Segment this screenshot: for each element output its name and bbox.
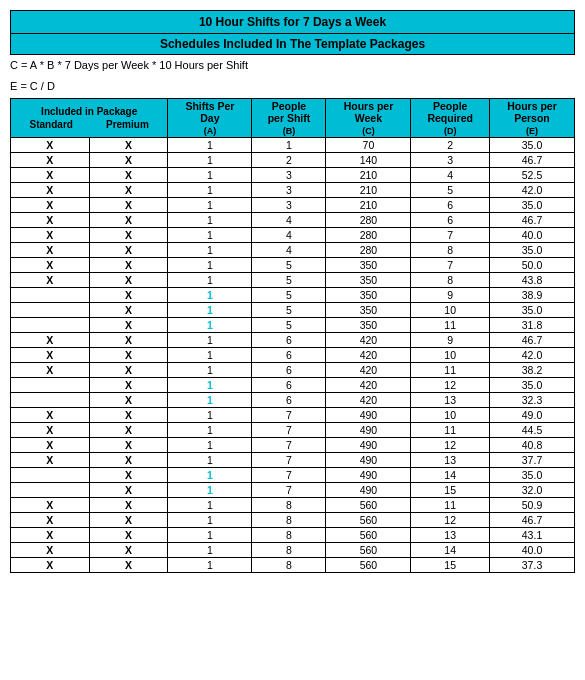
people-shift-cell: 4 [252,243,326,258]
people-req-header: PeopleRequired(D) [411,99,490,138]
people-shift-cell: 3 [252,183,326,198]
hours-person-header: Hours perPerson(E) [490,99,575,138]
standard-cell: X [11,153,90,168]
premium-cell: X [89,543,168,558]
premium-cell: X [89,288,168,303]
shifts-cell: 1 [168,243,252,258]
hours-week-cell: 350 [326,258,411,273]
hours-person-cell: 38.2 [490,363,575,378]
hours-week-cell: 560 [326,558,411,573]
shifts-cell: 1 [168,258,252,273]
people-shift-cell: 3 [252,198,326,213]
hours-week-cell: 280 [326,213,411,228]
shifts-cell: 1 [168,528,252,543]
people-req-cell: 11 [411,498,490,513]
table-row: X174901532.0 [11,483,575,498]
premium-cell: X [89,498,168,513]
people-req-cell: 11 [411,318,490,333]
shifts-cell: 1 [168,408,252,423]
standard-cell [11,318,90,333]
people-req-cell: 11 [411,423,490,438]
shifts-cell: 1 [168,438,252,453]
sub-title: Schedules Included In The Template Packa… [10,34,575,55]
hours-person-cell: 40.8 [490,438,575,453]
shifts-cell: 1 [168,168,252,183]
hours-week-cell: 350 [326,318,411,333]
hours-week-header: Hours perWeek(C) [326,99,411,138]
hours-week-cell: 490 [326,408,411,423]
shifts-cell: 1 [168,198,252,213]
table-row: XX185601246.7 [11,513,575,528]
shifts-cell: 1 [168,363,252,378]
premium-cell: X [89,258,168,273]
hours-week-cell: 420 [326,363,411,378]
table-row: X15350938.9 [11,288,575,303]
shifts-cell: 1 [168,333,252,348]
standard-cell: X [11,258,90,273]
people-shift-cell: 8 [252,558,326,573]
premium-cell: X [89,213,168,228]
hours-person-cell: 35.0 [490,243,575,258]
hours-person-cell: 46.7 [490,153,575,168]
hours-person-cell: 50.0 [490,258,575,273]
hours-person-cell: 37.7 [490,453,575,468]
people-shift-cell: 5 [252,258,326,273]
shifts-cell: 1 [168,393,252,408]
table-row: XX15350750.0 [11,258,575,273]
premium-cell: X [89,318,168,333]
premium-cell: X [89,228,168,243]
standard-cell [11,393,90,408]
people-shift-cell: 8 [252,528,326,543]
premium-cell: X [89,513,168,528]
people-shift-cell: 6 [252,378,326,393]
hours-week-cell: 350 [326,303,411,318]
shifts-cell: 1 [168,273,252,288]
people-req-cell: 13 [411,453,490,468]
people-shift-cell: 7 [252,483,326,498]
hours-week-cell: 490 [326,453,411,468]
hours-person-cell: 40.0 [490,228,575,243]
shifts-cell: 1 [168,183,252,198]
people-req-cell: 3 [411,153,490,168]
standard-cell [11,483,90,498]
people-shift-cell: 7 [252,453,326,468]
standard-header: Standard [30,119,73,130]
table-row: XX185601343.1 [11,528,575,543]
shifts-cell: 1 [168,498,252,513]
shifts-cell: 1 [168,378,252,393]
standard-cell [11,378,90,393]
table-row: XX164201138.2 [11,363,575,378]
hours-person-cell: 32.3 [490,393,575,408]
people-shift-cell: 6 [252,348,326,363]
table-row: XX174901049.0 [11,408,575,423]
hours-week-cell: 490 [326,438,411,453]
hours-person-cell: 49.0 [490,408,575,423]
people-req-cell: 12 [411,513,490,528]
table-row: X164201235.0 [11,378,575,393]
premium-cell: X [89,483,168,498]
people-req-cell: 15 [411,483,490,498]
standard-cell: X [11,513,90,528]
standard-cell: X [11,528,90,543]
shifts-header: Shifts PerDay(A) [168,99,252,138]
standard-cell: X [11,198,90,213]
table-row: XX13210452.5 [11,168,575,183]
hours-person-cell: 40.0 [490,543,575,558]
formula2: E = C / D [10,76,575,97]
people-req-cell: 8 [411,243,490,258]
shifts-cell: 1 [168,228,252,243]
people-shift-cell: 2 [252,153,326,168]
hours-person-cell: 42.0 [490,183,575,198]
hours-person-cell: 50.9 [490,498,575,513]
shifts-cell: 1 [168,483,252,498]
hours-person-cell: 46.7 [490,213,575,228]
people-req-cell: 5 [411,183,490,198]
premium-cell: X [89,153,168,168]
people-req-cell: 4 [411,168,490,183]
people-req-cell: 14 [411,468,490,483]
people-shift-cell: 7 [252,468,326,483]
hours-week-cell: 560 [326,543,411,558]
included-header: Included in Package Standard Premium [11,99,168,138]
people-req-cell: 10 [411,303,490,318]
premium-cell: X [89,468,168,483]
